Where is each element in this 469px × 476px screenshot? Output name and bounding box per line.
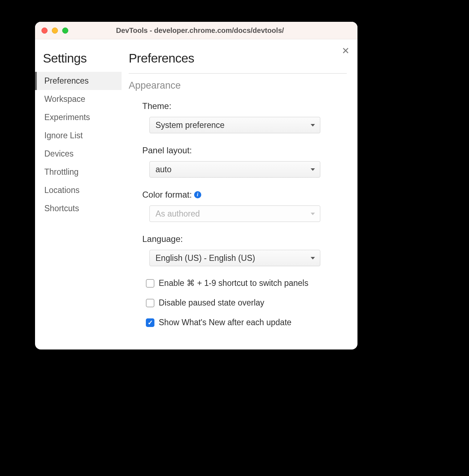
theme-field: Theme: System preference xyxy=(129,101,347,133)
sidebar-item-label: Experiments xyxy=(44,113,90,122)
checkbox-enable-shortcut[interactable]: ✓ Enable ⌘ + 1-9 shortcut to switch pane… xyxy=(129,278,347,288)
sidebar-item-label: Throttling xyxy=(44,167,79,177)
panel-layout-select[interactable]: auto xyxy=(149,161,320,178)
window-close-button[interactable] xyxy=(41,28,48,34)
sidebar-item-preferences[interactable]: Preferences xyxy=(35,72,122,90)
language-select[interactable]: English (US) - English (US) xyxy=(149,250,320,266)
panel-layout-select-value: auto xyxy=(155,165,172,174)
content-body: ✕ Settings Preferences Workspace Experim… xyxy=(35,39,357,349)
language-label: Language: xyxy=(142,234,347,244)
checkbox-icon: ✓ xyxy=(146,318,154,327)
sidebar-item-label: Preferences xyxy=(44,76,89,85)
checkbox-icon: ✓ xyxy=(146,299,154,307)
sidebar-item-label: Workspace xyxy=(44,94,85,104)
chevron-down-icon xyxy=(311,124,315,127)
sidebar-item-experiments[interactable]: Experiments xyxy=(35,108,122,127)
language-select-value: English (US) - English (US) xyxy=(155,253,255,263)
checkbox-label: Show What's New after each update xyxy=(159,318,291,327)
chevron-down-icon xyxy=(311,213,315,215)
language-field: Language: English (US) - English (US) xyxy=(129,234,347,266)
window: DevTools - developer.chrome.com/docs/dev… xyxy=(35,22,357,349)
theme-label: Theme: xyxy=(142,101,347,111)
panel-layout-label: Panel layout: xyxy=(142,145,347,155)
close-icon[interactable]: ✕ xyxy=(342,46,350,55)
sidebar-item-workspace[interactable]: Workspace xyxy=(35,90,122,108)
sidebar-item-devices[interactable]: Devices xyxy=(35,145,122,163)
sidebar-item-label: Devices xyxy=(44,149,74,158)
theme-select-value: System preference xyxy=(155,120,224,130)
window-title: DevTools - developer.chrome.com/docs/dev… xyxy=(49,26,351,35)
sidebar-item-locations[interactable]: Locations xyxy=(35,181,122,199)
section-heading: Appearance xyxy=(129,80,347,91)
color-format-label-text: Color format: xyxy=(142,190,192,200)
main-panel: Preferences Appearance Theme: System pre… xyxy=(122,39,357,349)
sidebar-title: Settings xyxy=(43,51,122,65)
checkbox-label: Enable ⌘ + 1-9 shortcut to switch panels xyxy=(159,278,308,288)
color-format-select: As authored xyxy=(149,205,320,222)
checkbox-disable-paused-overlay[interactable]: ✓ Disable paused state overlay xyxy=(129,298,347,308)
checkbox-icon: ✓ xyxy=(146,279,154,288)
info-icon[interactable]: i xyxy=(194,191,201,198)
sidebar-item-label: Ignore List xyxy=(44,131,83,140)
color-format-select-value: As authored xyxy=(155,209,200,219)
checkbox-show-whats-new[interactable]: ✓ Show What's New after each update xyxy=(129,318,347,327)
color-format-label: Color format: i xyxy=(142,190,347,200)
chevron-down-icon xyxy=(311,257,315,259)
sidebar-item-ignore-list[interactable]: Ignore List xyxy=(35,127,122,145)
titlebar: DevTools - developer.chrome.com/docs/dev… xyxy=(35,22,357,39)
checkbox-label: Disable paused state overlay xyxy=(159,298,264,308)
page-title: Preferences xyxy=(129,51,347,74)
sidebar-item-shortcuts[interactable]: Shortcuts xyxy=(35,199,122,218)
sidebar-item-label: Locations xyxy=(44,185,79,195)
theme-select[interactable]: System preference xyxy=(149,117,320,133)
sidebar-item-label: Shortcuts xyxy=(44,204,79,213)
color-format-field: Color format: i As authored xyxy=(129,190,347,222)
panel-layout-field: Panel layout: auto xyxy=(129,145,347,178)
sidebar-item-throttling[interactable]: Throttling xyxy=(35,163,122,181)
chevron-down-icon xyxy=(311,168,315,171)
sidebar: Settings Preferences Workspace Experimen… xyxy=(35,39,122,349)
